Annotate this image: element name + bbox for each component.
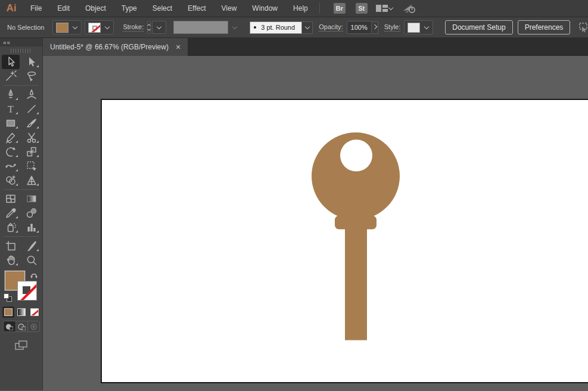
tool-group-separator — [0, 234, 42, 239]
direct-selection-tool[interactable] — [23, 55, 41, 69]
color-button[interactable] — [2, 306, 14, 318]
stepper-up-icon — [147, 24, 151, 27]
document-tab[interactable]: Untitled-5* @ 66.67% (RGB/Preview) × — [43, 38, 188, 56]
none-button[interactable] — [29, 306, 41, 318]
line-segment-tool[interactable] — [23, 102, 41, 116]
menu-file[interactable]: File — [23, 1, 49, 16]
brush-dropdown-button[interactable] — [302, 21, 313, 34]
magic-wand-tool[interactable] — [2, 69, 20, 83]
arrange-documents-button[interactable] — [376, 4, 394, 12]
free-transform-tool[interactable] — [23, 159, 41, 173]
shape-builder-tool[interactable] — [2, 173, 20, 187]
chevron-right-icon — [372, 24, 377, 29]
pen-tool[interactable] — [2, 87, 20, 102]
svg-text:T: T — [8, 104, 14, 114]
menu-help[interactable]: Help — [285, 1, 316, 16]
canvas-column: Untitled-5* @ 66.67% (RGB/Preview) × — [43, 38, 588, 390]
stroke-weight-combobox[interactable] — [152, 21, 166, 34]
type-tool[interactable]: T — [2, 102, 20, 116]
menu-view[interactable]: View — [214, 1, 245, 16]
key-artwork[interactable] — [102, 100, 588, 382]
perspective-grid-tool[interactable] — [23, 173, 41, 187]
pasteboard[interactable] — [43, 56, 588, 390]
width-profile-preview — [173, 21, 228, 34]
key-hole[interactable] — [340, 139, 372, 171]
menu-select[interactable]: Select — [145, 1, 180, 16]
width-tool[interactable] — [2, 159, 20, 173]
slice-tool[interactable] — [23, 239, 41, 253]
bridge-button[interactable]: Br — [334, 3, 346, 14]
stock-button[interactable]: St — [356, 3, 368, 14]
selection-status: No Selection — [7, 24, 44, 31]
lasso-tool[interactable] — [23, 69, 41, 83]
document-setup-button[interactable]: Document Setup — [445, 20, 512, 35]
symbol-sprayer-tool[interactable] — [2, 220, 20, 234]
artboard[interactable] — [101, 99, 588, 383]
brush-preview-dot — [254, 26, 256, 29]
opacity-label[interactable]: Opacity: — [319, 23, 343, 32]
tools-panel-header: «« — [0, 38, 42, 46]
swap-fill-stroke-button[interactable] — [30, 271, 39, 281]
graphic-style-dropdown[interactable] — [404, 20, 433, 35]
drawing-mode-buttons — [0, 321, 42, 332]
draw-normal-icon — [5, 323, 13, 330]
eyedropper-tool[interactable] — [2, 206, 20, 220]
chevron-down-icon — [73, 24, 77, 29]
fill-color-dropdown[interactable] — [52, 20, 82, 35]
draw-inside-button — [27, 321, 39, 331]
stroke-color-swatch-none — [88, 23, 101, 33]
select-similar-icon — [577, 22, 588, 33]
chevron-down-icon — [304, 24, 309, 29]
graphic-style-swatch — [407, 23, 420, 33]
change-screen-mode-button[interactable] — [0, 339, 42, 351]
menu-bar: Ai File Edit Object Type Select Effect V… — [0, 0, 588, 17]
key-shank[interactable] — [345, 221, 367, 340]
rectangle-tool[interactable] — [2, 116, 20, 130]
gpu-performance-icon — [402, 3, 416, 14]
artboard-tool[interactable] — [2, 239, 20, 253]
scissors-tool[interactable] — [23, 130, 41, 145]
chevron-down-icon — [105, 24, 110, 29]
menu-type[interactable]: Type — [114, 1, 145, 16]
scale-tool[interactable] — [23, 145, 41, 159]
stroke-color-dropdown[interactable] — [85, 20, 114, 35]
menu-edit[interactable]: Edit — [49, 1, 77, 16]
tool-grid: T — [0, 55, 42, 267]
brush-definition-field[interactable]: 3 pt. Round — [250, 21, 302, 34]
preferences-button[interactable]: Preferences — [518, 20, 571, 35]
rotate-tool[interactable] — [2, 145, 20, 159]
gpu-performance-button[interactable] — [402, 3, 416, 14]
opacity-input[interactable]: 100% — [347, 21, 372, 34]
draw-behind-button[interactable] — [15, 321, 27, 331]
hand-tool[interactable] — [2, 253, 20, 267]
illustrator-logo: Ai — [0, 2, 23, 14]
gradient-tool[interactable] — [23, 192, 41, 206]
curvature-tool[interactable] — [23, 87, 41, 102]
selection-tool[interactable] — [2, 55, 20, 69]
tools-panel-grip[interactable] — [11, 48, 32, 54]
opacity-value: 100% — [351, 24, 368, 31]
column-graph-tool[interactable] — [23, 220, 41, 234]
zoom-tool[interactable] — [23, 253, 41, 267]
shaper-tool[interactable] — [2, 130, 20, 145]
default-fill-stroke-button[interactable] — [4, 293, 12, 302]
collapse-panel-button[interactable]: «« — [3, 39, 11, 46]
menu-items: File Edit Object Type Select Effect View… — [23, 1, 316, 16]
menu-window[interactable]: Window — [244, 1, 285, 16]
chevron-down-icon — [232, 24, 237, 29]
select-similar-dropdown[interactable] — [577, 22, 588, 33]
brush-definition-dropdown[interactable]: 3 pt. Round — [250, 21, 313, 34]
close-tab-button[interactable]: × — [176, 43, 181, 51]
paintbrush-tool[interactable] — [23, 116, 41, 130]
menu-effect[interactable]: Effect — [180, 1, 213, 16]
gradient-button[interactable] — [15, 306, 27, 318]
stroke-proxy-swatch[interactable] — [17, 281, 37, 301]
control-bar: No Selection Stroke: 3 pt. Round Opacity… — [0, 17, 588, 38]
stroke-weight-stepper[interactable] — [147, 21, 151, 34]
blend-tool[interactable] — [23, 206, 41, 220]
mesh-tool[interactable] — [2, 192, 20, 206]
opacity-expand-button[interactable] — [372, 21, 378, 34]
draw-normal-button[interactable] — [4, 321, 15, 331]
stroke-weight-label[interactable]: Stroke: — [123, 23, 144, 32]
menu-object[interactable]: Object — [77, 1, 114, 16]
